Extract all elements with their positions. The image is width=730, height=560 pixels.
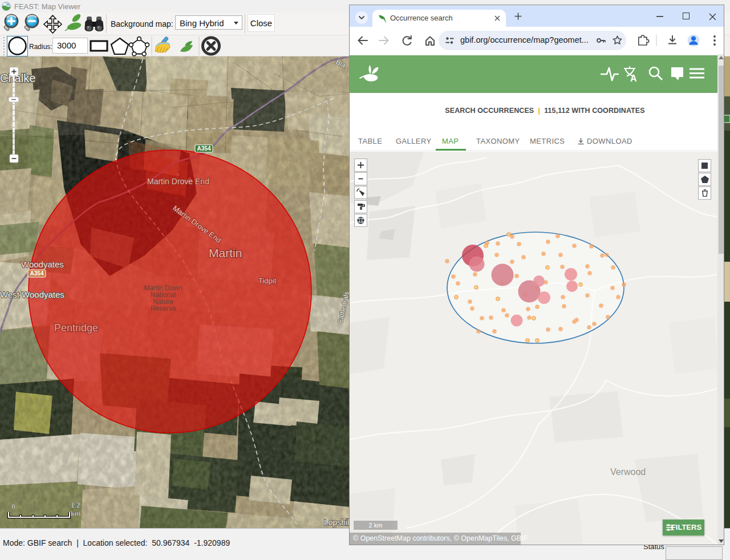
svg-text:Martin: Martin [209,246,242,259]
svg-text:km: km [71,510,80,518]
svg-text:Reserve: Reserve [151,305,176,313]
svg-text:Verwood: Verwood [610,467,646,477]
svg-text:1.2: 1.2 [71,501,80,509]
svg-text:West Woodyates: West Woodyates [0,290,64,299]
svg-text:Tidpit: Tidpit [258,277,277,285]
svg-text:Martin Drove End: Martin Drove End [147,177,209,186]
svg-text:A354: A354 [30,270,44,277]
svg-text:Pentridge: Pentridge [54,322,98,334]
svg-text:0: 0 [11,503,15,511]
svg-text:A: A [630,74,637,83]
svg-text:Woodyates: Woodyates [21,259,64,269]
svg-text:A354: A354 [197,145,211,152]
svg-text:Lopshill: Lopshill [324,518,351,527]
